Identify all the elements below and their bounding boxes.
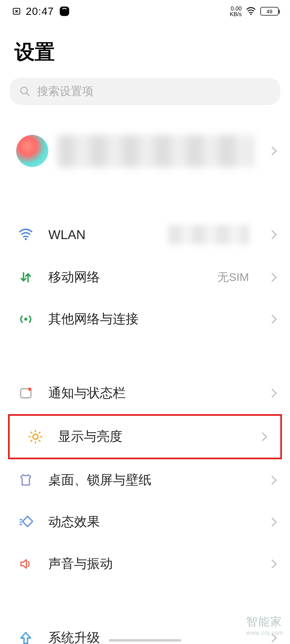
settings-item-display-brightness[interactable]: 显示与亮度 <box>18 416 276 458</box>
settings-item-other-network[interactable]: 其他网络与连接 <box>0 298 290 340</box>
settings-item-motion-effects[interactable]: 动态效果 <box>0 501 290 543</box>
settings-item-notification[interactable]: 通知与状态栏 <box>0 372 290 414</box>
notification-icon <box>18 385 34 401</box>
chevron-right-icon <box>268 559 277 569</box>
item-label: 移动网络 <box>48 268 203 286</box>
svg-line-14 <box>31 432 32 433</box>
svg-point-3 <box>21 87 27 94</box>
search-icon <box>19 86 31 97</box>
svg-point-8 <box>28 388 32 391</box>
svg-point-5 <box>25 238 27 240</box>
item-label: 其他网络与连接 <box>48 310 249 328</box>
item-label: 显示与亮度 <box>58 428 239 446</box>
account-row[interactable] <box>0 121 290 181</box>
item-label: 桌面、锁屏与壁纸 <box>48 471 249 489</box>
chevron-right-icon <box>268 518 277 527</box>
item-label: 动态效果 <box>48 513 249 531</box>
shopping-bag-icon <box>59 6 70 17</box>
svg-line-4 <box>27 93 29 96</box>
avatar <box>16 135 48 167</box>
chevron-right-icon <box>268 315 277 324</box>
svg-line-17 <box>39 432 40 433</box>
network-speed: 0.00 KB/s <box>230 6 242 17</box>
search-bar[interactable] <box>10 78 280 105</box>
highlight-annotation: 显示与亮度 <box>8 414 282 459</box>
hotspot-icon <box>18 311 34 327</box>
chevron-right-icon <box>268 389 277 398</box>
settings-item-wlan[interactable]: WLAN <box>0 213 290 256</box>
chevron-right-icon <box>268 476 277 485</box>
item-label: 系统升级 <box>48 629 249 644</box>
item-label: 通知与状态栏 <box>48 384 249 402</box>
settings-item-sound-vibration[interactable]: 声音与振动 <box>0 543 290 585</box>
wlan-value-blurred <box>168 225 249 244</box>
mobile-data-icon <box>18 269 34 285</box>
card-x-icon <box>12 7 21 16</box>
chevron-right-icon <box>268 147 277 156</box>
chevron-right-icon <box>268 273 277 282</box>
motion-icon <box>18 514 34 530</box>
status-bar: 20:47 0.00 KB/s 49 <box>0 0 290 23</box>
svg-line-15 <box>39 440 40 441</box>
sound-icon <box>18 556 34 572</box>
watermark: 智能家 www.znj.com <box>246 614 284 636</box>
item-value: 无SIM <box>218 270 249 285</box>
svg-line-16 <box>31 440 32 441</box>
settings-item-mobile-network[interactable]: 移动网络 无SIM <box>0 256 290 298</box>
tshirt-icon <box>18 472 34 488</box>
chevron-right-icon <box>258 432 267 442</box>
settings-item-home-lock-wallpaper[interactable]: 桌面、锁屏与壁纸 <box>0 459 290 501</box>
wifi-icon <box>18 227 34 243</box>
chevron-right-icon <box>268 230 277 239</box>
upgrade-arrow-icon <box>18 630 34 644</box>
account-name-blurred <box>58 135 254 167</box>
item-label: 声音与振动 <box>48 555 249 573</box>
svg-point-6 <box>24 318 27 321</box>
brightness-icon <box>27 429 44 445</box>
svg-rect-18 <box>23 516 33 526</box>
svg-point-2 <box>250 14 251 15</box>
svg-point-9 <box>33 434 38 440</box>
page-title: 设置 <box>0 23 290 78</box>
home-indicator <box>109 639 181 642</box>
item-label: WLAN <box>48 227 154 242</box>
status-time: 20:47 <box>26 5 54 18</box>
battery-icon: 49 <box>260 7 279 16</box>
wifi-icon <box>246 7 256 16</box>
search-input[interactable] <box>37 85 271 98</box>
